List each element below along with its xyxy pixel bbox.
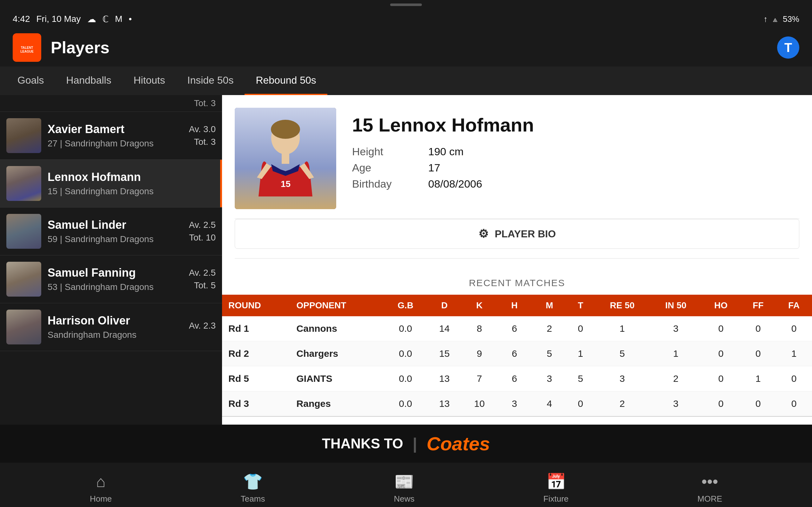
cell-gb: 0.0 [384, 366, 427, 391]
col-k: K [462, 295, 497, 316]
col-round: ROUND [222, 295, 290, 316]
recent-matches: RECENT MATCHES ROUND OPPONENT G.B D K H … [222, 271, 812, 425]
tab-hitouts[interactable]: Hitouts [122, 66, 176, 95]
tab-goals[interactable]: Goals [6, 66, 55, 95]
banner-thanks: THANKS TO [322, 436, 403, 452]
player-name-fanning: Samuel Fanning [48, 266, 183, 279]
col-fa: FA [776, 295, 812, 316]
col-h: H [497, 295, 532, 316]
cell-t: 0 [567, 316, 594, 341]
nav-more[interactable]: ••• MORE [698, 472, 722, 504]
nav-home-label: Home [90, 494, 112, 504]
tab-handballs[interactable]: Handballs [55, 66, 122, 95]
col-t: T [567, 295, 594, 316]
divider-2 [235, 258, 799, 259]
player-info-oliver: Harrison Oliver Sandringham Dragons [41, 314, 189, 340]
player-bio-button[interactable]: ⚙ PLAYER BIO [235, 219, 799, 249]
tab-inside50s[interactable]: Inside 50s [176, 66, 245, 95]
col-ff: FF [740, 295, 776, 316]
cell-t: 5 [567, 366, 594, 391]
player-item-oliver[interactable]: Harrison Oliver Sandringham Dragons Av. … [0, 303, 222, 351]
cell-h: 3 [497, 391, 532, 417]
cell-ff: 1 [740, 416, 776, 425]
tab-rebound50s[interactable]: Rebound 50s [245, 66, 327, 95]
status-right: ↑ ⟁ 53% [763, 14, 799, 24]
cell-in50: 2 [650, 366, 701, 391]
table-row: Rd 5 GIANTS 0.0 13 7 6 3 5 3 2 0 1 0 [222, 366, 812, 391]
player-name-oliver: Harrison Oliver [48, 314, 183, 327]
cell-re50: 3 [594, 366, 650, 391]
bottom-nav: ⌂ Home 👕 Teams 📰 News 📅 Fixture ••• MORE [0, 463, 812, 507]
cell-gb: 0.0 [384, 391, 427, 417]
time: 4:42 [13, 14, 30, 24]
nav-news[interactable]: 📰 News [394, 472, 415, 504]
avatar-linder [6, 214, 41, 249]
cell-ho: 0 [701, 416, 740, 425]
profile-photo: 15 [235, 108, 336, 209]
home-icon: ⌂ [96, 472, 106, 491]
age-value: 17 [428, 162, 440, 174]
col-m: M [532, 295, 567, 316]
cell-fa: 1 [776, 341, 812, 366]
bio-label: PLAYER BIO [495, 228, 556, 240]
cell-m: 2 [532, 316, 567, 341]
dot-icon: • [129, 14, 132, 24]
cell-m: 5 [532, 341, 567, 366]
cell-gb: 0.0 [384, 316, 427, 341]
cell-h: 6 [497, 316, 532, 341]
banner-divider-line: | [413, 435, 417, 453]
telstra-logo: T [777, 37, 799, 59]
news-icon: 📰 [394, 472, 414, 491]
cell-ho: 0 [701, 316, 740, 341]
nav-teams[interactable]: 👕 Teams [241, 472, 265, 504]
cell-opponent: Chargers [290, 341, 384, 366]
cell-ff: 0 [740, 316, 776, 341]
age-label: Age [352, 162, 409, 174]
app-logo: Coates TALENT LEAGUE [13, 33, 41, 62]
table-row: Rd 1 Cannons 0.0 14 8 6 2 0 1 3 0 0 0 [222, 316, 812, 341]
player-item-xavier[interactable]: Xavier Bamert 27 | Sandringham Dragons A… [0, 112, 222, 160]
pull-bar [390, 3, 422, 6]
main-layout: Tot. 3 Xavier Bamert 27 | Sandringham Dr… [0, 95, 812, 425]
cloud-icon: ☁ [87, 14, 96, 24]
player-name-xavier: Xavier Bamert [48, 123, 183, 136]
cell-d: 55 [427, 416, 462, 425]
cell-round: Rd 1 [222, 316, 290, 341]
teams-icon: 👕 [243, 472, 263, 491]
tab-bar: Goals Handballs Hitouts Inside 50s Rebou… [0, 66, 812, 95]
signal-icon: ↑ [763, 14, 768, 24]
cell-ff: 0 [740, 341, 776, 366]
svg-text:15: 15 [281, 179, 291, 189]
cell-ho: 0 [701, 366, 740, 391]
profile-age-row: Age 17 [352, 162, 534, 174]
cell-round: Rd 5 [222, 366, 290, 391]
player-stats-oliver: Av. 2.3 [189, 321, 216, 333]
table-header-row: ROUND OPPONENT G.B D K H M T RE 50 IN 50… [222, 295, 812, 316]
svg-rect-4 [282, 153, 289, 164]
player-item-fanning[interactable]: Samuel Fanning 53 | Sandringham Dragons … [0, 256, 222, 303]
cell-in50: 1 [650, 341, 701, 366]
list-header-partial: Tot. 3 [0, 95, 222, 112]
player-item-linder[interactable]: Samuel Linder 59 | Sandringham Dragons A… [0, 208, 222, 256]
player-item-lennox[interactable]: Lennox Hofmann 15 | Sandringham Dragons [0, 160, 222, 208]
nav-fixture[interactable]: 📅 Fixture [543, 472, 568, 504]
cell-round: TOT [222, 416, 290, 425]
app-title: Players [51, 38, 768, 57]
nav-home[interactable]: ⌂ Home [90, 472, 112, 504]
table-row: Rd 2 Chargers 0.0 15 9 6 5 1 5 1 0 0 1 [222, 341, 812, 366]
cell-m: 3 [532, 366, 567, 391]
cell-k: 10 [462, 391, 497, 417]
height-label: Height [352, 146, 409, 158]
cell-ho: 0 [701, 341, 740, 366]
banner-brand: Coates [426, 433, 490, 455]
cell-in50: 3 [650, 316, 701, 341]
cell-opponent: Cannons [290, 316, 384, 341]
app-header: Coates TALENT LEAGUE Players T [0, 29, 812, 66]
cell-t: 6 [567, 416, 594, 425]
cell-h: 6 [497, 366, 532, 391]
player-name-lennox: Lennox Hofmann [48, 170, 209, 184]
nav-teams-label: Teams [241, 494, 265, 504]
table-row: TOT 0.0 55 34 21 14 6 11 9 0 1 1 [222, 416, 812, 425]
mail-icon: M [115, 14, 122, 24]
cell-ho: 0 [701, 391, 740, 417]
